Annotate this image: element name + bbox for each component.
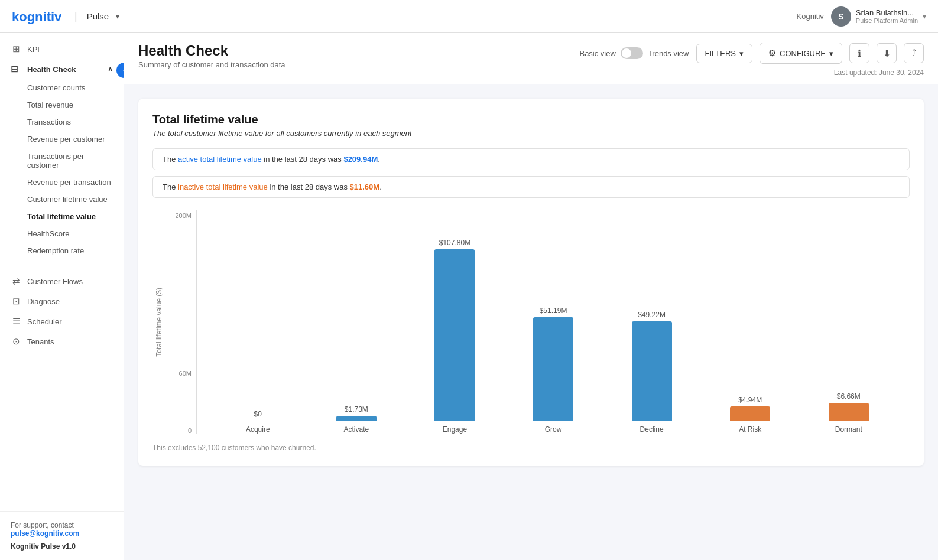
share-button[interactable]: ⤴: [904, 43, 924, 63]
kpi-section: ⊞ KPI ⊟ Health Check ∧ Customer counts T…: [0, 33, 124, 265]
scheduler-label: Scheduler: [27, 317, 62, 326]
chart-title: Total lifetime value: [152, 113, 910, 126]
subnav-item-total-revenue[interactable]: Total revenue: [0, 96, 124, 113]
info-icon: ℹ: [858, 48, 861, 59]
download-button[interactable]: ⬇: [877, 43, 897, 63]
y-tick-60m: 60M: [170, 370, 192, 377]
customer-flows-icon: ⇄: [11, 276, 21, 286]
user-role: Pulse Platform Admin: [856, 17, 918, 24]
active-middle: in the last 28 days was: [264, 155, 343, 164]
bar-rect-5[interactable]: [730, 406, 770, 421]
inactive-middle: in the last 28 days was: [270, 183, 349, 191]
kpi-label: KPI: [27, 45, 40, 54]
chart-subtitle: The total customer lifetime value for al…: [152, 129, 910, 138]
bar-group-activate: $1.73MActivate: [307, 405, 406, 434]
bar-rect-3[interactable]: [533, 317, 573, 421]
avatar: S: [831, 6, 851, 27]
bar-group-acquire: $0Acquire: [209, 410, 307, 434]
subnav-item-redemption-rate[interactable]: Redemption rate: [0, 242, 124, 259]
bars-container: $0Acquire$1.73MActivate$107.80MEngage$51…: [196, 210, 910, 434]
subnav-item-transactions-per-customer[interactable]: Transactions per customer: [0, 148, 124, 174]
bar-group-decline: $49.22MDecline: [602, 311, 701, 434]
tenants-icon: ⊙: [11, 336, 21, 347]
page-title: Health Check: [138, 43, 285, 59]
page-subtitle: Summary of customer and transaction data: [138, 60, 285, 69]
bar-label-3: Grow: [545, 425, 562, 434]
inactive-link[interactable]: inactive total lifetime value: [178, 183, 268, 191]
subnav-item-transactions[interactable]: Transactions: [0, 113, 124, 131]
version-label: Kognitiv Pulse v1.0: [11, 542, 113, 551]
subnav-item-revenue-per-transaction[interactable]: Revenue per transaction: [0, 174, 124, 191]
view-toggle: Basic view Trends view: [579, 47, 689, 59]
subnav-item-total-lifetime-value[interactable]: Total lifetime value: [0, 208, 124, 225]
filters-button[interactable]: FILTERS ▾: [696, 44, 753, 63]
active-info-box: The active total lifetime value in the l…: [152, 148, 910, 170]
gear-icon: ⚙: [768, 48, 776, 58]
download-icon: ⬇: [883, 48, 891, 59]
bar-rect-2[interactable]: [434, 249, 475, 421]
kognitiv-label: Kognitiv: [797, 12, 824, 21]
bar-rect-4[interactable]: [632, 321, 672, 421]
user-info: Srian Bulathsin... Pulse Platform Admin: [856, 8, 918, 24]
y-tick-200m: 200M: [170, 212, 192, 219]
sidebar-item-scheduler[interactable]: ☰ Scheduler: [0, 311, 124, 331]
bar-value-2: $107.80M: [439, 239, 470, 247]
kpi-icon: ⊞: [11, 44, 21, 54]
kognitiv-logo: kognitiv: [12, 8, 65, 25]
y-axis-label: Total lifetime value ($): [155, 288, 163, 357]
y-axis: 200M 60M 0: [170, 210, 196, 434]
subnav-item-revenue-per-customer[interactable]: Revenue per customer: [0, 131, 124, 148]
bar-group-dormant: $6.66MDormant: [799, 392, 898, 434]
subnav-item-customer-lifetime-value[interactable]: Customer lifetime value: [0, 191, 124, 208]
subtitle-emphasis: all: [277, 129, 287, 138]
subnav-item-customer-counts[interactable]: Customer counts: [0, 79, 124, 96]
inactive-value: $11.60M: [350, 183, 380, 191]
sidebar-item-diagnose[interactable]: ⊡ Diagnose: [0, 291, 124, 311]
app-name: Pulse: [87, 11, 109, 21]
y-tick-0: 0: [170, 427, 192, 434]
diagnose-label: Diagnose: [27, 297, 60, 306]
nav-left: kognitiv | Pulse ▾: [12, 8, 119, 25]
logo[interactable]: kognitiv: [12, 8, 65, 25]
bar-label-5: At Risk: [739, 425, 761, 434]
customer-flows-label: Customer Flows: [27, 277, 83, 286]
sidebar-item-kpi[interactable]: ⊞ KPI: [0, 39, 124, 59]
filters-chevron-icon: ▾: [739, 49, 744, 58]
configure-label: CONFIGURE: [780, 49, 826, 58]
header-controls: Basic view Trends view FILTERS ▾ ⚙ CONFI…: [579, 43, 924, 64]
share-icon: ⤴: [911, 48, 916, 58]
chart-inner: Total lifetime value ($) 200M 60M 0: [152, 210, 910, 434]
user-chevron-icon[interactable]: ▾: [923, 12, 926, 21]
filters-label: FILTERS: [705, 49, 736, 58]
bar-value-0: $0: [254, 410, 262, 418]
health-check-label: Health Check: [27, 65, 76, 74]
subtitle-suffix: customers currently in each segment: [286, 129, 411, 138]
chart-note: This excludes 52,100 customers who have …: [152, 444, 910, 452]
subtitle-prefix: The total customer lifetime value for: [152, 129, 274, 138]
sidebar-item-health-check[interactable]: ⊟ Health Check ∧: [0, 59, 124, 79]
health-check-chevron: ∧: [108, 65, 113, 73]
user-block: S Srian Bulathsin... Pulse Platform Admi…: [831, 6, 926, 27]
app-chevron-icon[interactable]: ▾: [116, 12, 119, 21]
nav-divider: |: [74, 10, 77, 22]
bar-value-6: $6.66M: [837, 392, 861, 401]
subnav-item-healthscore[interactable]: HealthScore: [0, 225, 124, 242]
view-toggle-switch[interactable]: [621, 47, 643, 59]
customer-flows-section: ⇄ Customer Flows ⊡ Diagnose ☰ Scheduler …: [0, 265, 124, 357]
svg-text:kognitiv: kognitiv: [12, 9, 62, 24]
bar-value-4: $49.22M: [638, 311, 666, 319]
sidebar-item-tenants[interactable]: ⊙ Tenants: [0, 331, 124, 351]
bar-rect-1[interactable]: [336, 416, 377, 421]
bar-rect-6[interactable]: [829, 403, 869, 421]
support-email[interactable]: pulse@kognitiv.com: [11, 529, 113, 538]
info-button[interactable]: ℹ: [849, 43, 869, 63]
sidebar-item-customer-flows[interactable]: ⇄ Customer Flows: [0, 271, 124, 291]
active-value: $209.94M: [343, 155, 378, 164]
bar-chart: Total lifetime value ($) 200M 60M 0: [152, 210, 910, 452]
sidebar-footer: For support, contact pulse@kognitiv.com …: [0, 511, 124, 560]
main-layout: ‹ ⊞ KPI ⊟ Health Check ∧ Customer counts…: [0, 33, 938, 560]
active-link[interactable]: active total lifetime value: [178, 155, 262, 164]
bar-value-1: $1.73M: [345, 405, 368, 414]
last-updated: Last updated: June 30, 2024: [834, 69, 924, 77]
configure-button[interactable]: ⚙ CONFIGURE ▾: [760, 43, 842, 64]
